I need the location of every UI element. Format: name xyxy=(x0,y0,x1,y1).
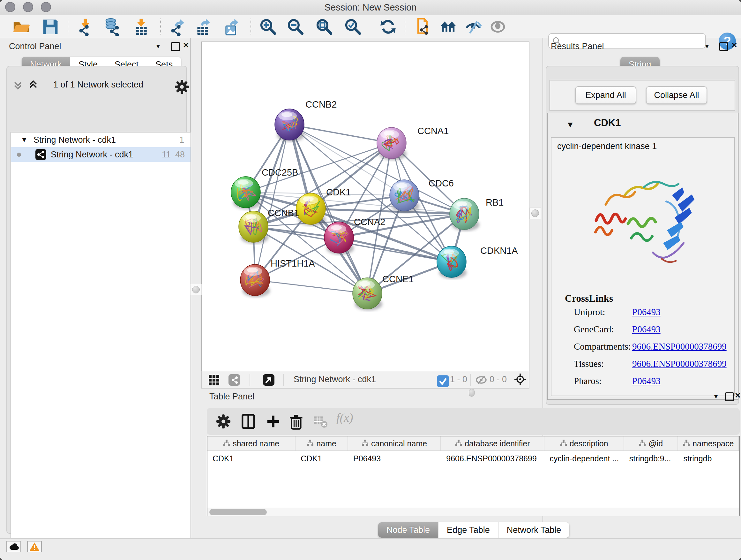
network-view-title: String Network - cdk1 xyxy=(293,374,376,384)
refresh-icon[interactable] xyxy=(379,18,397,36)
export-table-icon[interactable] xyxy=(195,18,212,36)
column-sort-icon xyxy=(361,439,368,448)
node-CDKN1A xyxy=(437,246,467,279)
gene-description: cyclin-dependent kinase 1 xyxy=(557,141,657,151)
table-cell: CDK1 xyxy=(295,451,348,466)
selected-checkbox-icon[interactable] xyxy=(436,375,449,388)
column-header-database-identifier[interactable]: database identifier xyxy=(441,436,544,450)
import-database-icon[interactable] xyxy=(103,18,121,36)
scrollbar-thumb[interactable] xyxy=(209,509,267,515)
crosslink-link[interactable]: P06493 xyxy=(632,324,661,334)
table-toolbar: f(x) xyxy=(207,408,740,435)
left-splitter-handle[interactable] xyxy=(190,284,202,295)
zoom-in-icon[interactable] xyxy=(259,18,277,36)
save-session-icon[interactable] xyxy=(42,18,59,36)
node-table[interactable]: shared namenamecanonical namedatabase id… xyxy=(207,436,740,516)
export-image-icon[interactable] xyxy=(223,18,241,36)
node-label-CDK1: CDK1 xyxy=(326,187,351,197)
eye-icon[interactable] xyxy=(489,18,507,36)
zoom-selected-icon[interactable] xyxy=(344,18,362,36)
collection-expander-icon[interactable]: ▼ xyxy=(21,132,28,147)
node-label-HIST1H1A: HIST1H1A xyxy=(271,258,315,268)
network-options-gear-icon[interactable] xyxy=(174,78,190,97)
column-sort-icon xyxy=(307,439,314,448)
zoom-fit-icon[interactable] xyxy=(315,18,333,36)
table-settings-gear-icon[interactable] xyxy=(215,413,232,430)
zoom-out-icon[interactable] xyxy=(286,18,305,36)
collapse-all-networks-icon[interactable] xyxy=(12,79,23,92)
close-panel-icon[interactable]: × xyxy=(183,40,189,51)
column-sort-icon xyxy=(683,439,690,448)
delete-column-icon[interactable] xyxy=(288,413,305,430)
close-panel-icon[interactable]: × xyxy=(735,390,741,401)
panel-menu-icon[interactable]: ▾ xyxy=(714,392,718,401)
table-header-row: shared namenamecanonical namedatabase id… xyxy=(207,436,739,451)
network-selection-status: 1 of 1 Network selected xyxy=(41,80,156,90)
table-horizontal-scrollbar[interactable] xyxy=(207,508,739,516)
tab-edge-table[interactable]: Edge Table xyxy=(439,522,498,538)
float-panel-icon[interactable] xyxy=(719,42,728,51)
float-panel-icon[interactable] xyxy=(171,42,180,51)
column-header-canonical-name[interactable]: canonical name xyxy=(348,436,441,450)
show-grid-icon[interactable] xyxy=(207,374,220,386)
string-network-badge-icon xyxy=(36,149,46,165)
network-collection-row[interactable]: ▼ String Network - cdk1 1 xyxy=(11,132,191,147)
table-row[interactable]: CDK1CDK1P064939606.ENSP00000378699cyclin… xyxy=(207,451,739,466)
create-column-icon[interactable] xyxy=(265,413,281,430)
window-title: Session: New Session xyxy=(0,2,741,13)
column-header--id[interactable]: @id xyxy=(624,436,678,450)
network-canvas[interactable]: CCNB2CCNA1CDC25BCDK1CDC6RB1CCNB1CCNA2CDK… xyxy=(201,42,529,371)
node-label-CCNE1: CCNE1 xyxy=(382,274,414,284)
network-label: String Network - cdk1 xyxy=(51,147,133,162)
cloud-status-button[interactable] xyxy=(6,541,21,552)
panel-menu-icon[interactable]: ▾ xyxy=(156,42,160,51)
crosslink-link[interactable]: 9606.ENSP00000378699 xyxy=(632,359,727,369)
crosslink-link[interactable]: 9606.ENSP00000378699 xyxy=(632,341,727,352)
edge-CCNE1-HIST1H1A xyxy=(255,280,367,294)
crosslink-link[interactable]: P06493 xyxy=(632,376,661,386)
crosslink-label: Tissues: xyxy=(574,359,604,369)
expand-all-networks-icon[interactable] xyxy=(27,79,39,92)
gene-expander-icon[interactable]: ▼ xyxy=(566,120,575,130)
column-header-name[interactable]: name xyxy=(295,436,348,450)
string-view-icon[interactable] xyxy=(228,374,241,386)
hide-unhide-icon[interactable] xyxy=(465,18,482,36)
crosslink-link[interactable]: P06493 xyxy=(632,307,661,317)
column-header-description[interactable]: description xyxy=(544,436,624,450)
open-session-icon[interactable] xyxy=(13,18,30,36)
collapse-all-button[interactable]: Collapse All xyxy=(646,86,707,104)
float-panel-icon[interactable] xyxy=(725,392,734,401)
column-header-namespace[interactable]: namespace xyxy=(678,436,739,450)
network-graph[interactable]: CCNB2CCNA1CDC25BCDK1CDC6RB1CCNB1CCNA2CDK… xyxy=(202,42,529,371)
show-columns-icon[interactable] xyxy=(240,413,257,430)
fit-selected-crosshair-icon[interactable] xyxy=(514,373,527,386)
column-header-shared-name[interactable]: shared name xyxy=(207,436,295,450)
expand-all-button[interactable]: Expand All xyxy=(575,86,636,104)
import-table-icon[interactable] xyxy=(132,18,150,36)
column-sort-icon xyxy=(455,439,462,448)
import-network-icon[interactable] xyxy=(77,18,94,36)
close-panel-icon[interactable]: × xyxy=(731,40,737,51)
tab-node-table[interactable]: Node Table xyxy=(378,522,439,538)
edge-CCNB2-CDKN1A xyxy=(289,125,452,262)
warning-status-button[interactable] xyxy=(27,541,42,552)
birds-eye-view-icon[interactable] xyxy=(262,374,275,386)
node-label-CCNA2: CCNA2 xyxy=(354,217,385,227)
string-home-icon[interactable] xyxy=(440,18,458,36)
hidden-items-icon[interactable] xyxy=(475,374,488,386)
column-sort-icon xyxy=(223,439,230,448)
hidden-count: 0 - 0 xyxy=(489,374,507,384)
selected-count: 1 - 0 xyxy=(450,374,467,384)
string-import-icon[interactable] xyxy=(414,18,431,36)
title-bar: Session: New Session xyxy=(0,0,741,15)
network-row-selected[interactable]: String Network - cdk1 11 48 xyxy=(11,147,191,162)
gene-symbol: CDK1 xyxy=(594,117,621,129)
tab-network-table[interactable]: Network Table xyxy=(498,522,569,538)
right-splitter-handle[interactable] xyxy=(529,207,541,219)
node-CDK1 xyxy=(296,193,326,226)
node-label-CDC25B: CDC25B xyxy=(262,167,298,178)
panel-menu-icon[interactable]: ▾ xyxy=(705,42,709,51)
function-builder-icon: f(x) xyxy=(336,411,365,427)
control-panel: Control Panel ▾ × NetworkStyleSelectSets… xyxy=(3,38,191,538)
export-network-icon[interactable] xyxy=(169,18,186,36)
